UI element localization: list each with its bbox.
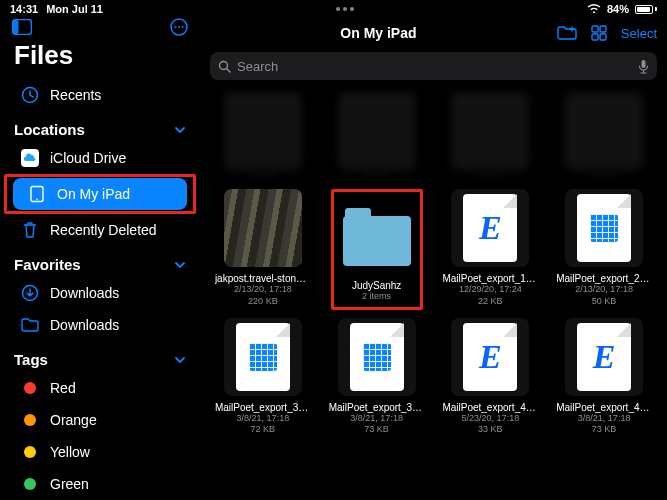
file-grid: ——— ——— ——— ——— jakpost.travel-stone-i…5… xyxy=(210,92,657,435)
sidebar-item-label: Green xyxy=(50,476,89,492)
file-name: MailPoet_export_2dd7…pw4g0 xyxy=(556,273,652,284)
sidebar-toggle-icon[interactable] xyxy=(12,19,32,35)
sidebar-section-locations[interactable]: Locations xyxy=(0,111,200,142)
svg-rect-11 xyxy=(592,26,598,32)
icloud-icon xyxy=(20,148,40,168)
sidebar-item-label: Red xyxy=(50,380,76,396)
file-name: MailPoet_export_4aynr…r0ckg xyxy=(442,402,538,413)
sidebar-section-favorites[interactable]: Favorites xyxy=(0,246,200,277)
document-thumbnail xyxy=(565,189,643,267)
sidebar-item-icloud-drive[interactable]: iCloud Drive xyxy=(6,142,194,174)
folder-icon xyxy=(338,196,416,274)
svg-rect-13 xyxy=(592,34,598,40)
sidebar-item-recents[interactable]: Recents xyxy=(6,79,194,111)
tag-dot-icon xyxy=(20,378,40,398)
svg-rect-14 xyxy=(600,34,606,40)
file-item-jakpost[interactable]: jakpost.travel-stone-i…53335 2/13/20, 17… xyxy=(210,189,316,309)
file-item[interactable]: ——— xyxy=(438,92,544,181)
highlight-folder: JudySanhz 2 items xyxy=(331,189,423,309)
svg-point-5 xyxy=(182,26,184,28)
sidebar: Files Recents Locations iCloud Drive xyxy=(0,18,200,500)
file-item[interactable]: E MailPoet_export_491ch…cpks4 3/8/21, 17… xyxy=(551,318,657,436)
svg-point-15 xyxy=(220,61,228,69)
file-name: MailPoet_export_491ch…cpks4 xyxy=(556,402,652,413)
ipad-icon xyxy=(27,184,47,204)
multitask-dots[interactable] xyxy=(103,7,587,11)
sidebar-tag-orange[interactable]: Orange xyxy=(6,404,194,436)
sidebar-item-label: Orange xyxy=(50,412,97,428)
sidebar-title: Files xyxy=(0,36,200,79)
image-thumbnail xyxy=(224,189,302,267)
sidebar-item-label: Recents xyxy=(50,87,101,103)
tag-dot-icon xyxy=(20,442,40,462)
sidebar-item-label: Downloads xyxy=(50,317,119,333)
search-bar[interactable] xyxy=(210,52,657,80)
more-options-icon[interactable] xyxy=(170,18,188,36)
main-content: On My iPad Select ——— xyxy=(200,18,667,500)
sidebar-item-recently-deleted[interactable]: Recently Deleted xyxy=(6,214,194,246)
select-button[interactable]: Select xyxy=(621,26,657,41)
sidebar-tag-red[interactable]: Red xyxy=(6,372,194,404)
clock-icon xyxy=(20,85,40,105)
wifi-icon xyxy=(587,4,601,14)
svg-rect-1 xyxy=(13,20,19,35)
file-name: jakpost.travel-stone-i…53335 xyxy=(215,273,311,284)
tag-dot-icon xyxy=(20,474,40,494)
file-item-judysanhz[interactable]: JudySanhz 2 items xyxy=(324,189,430,309)
file-item[interactable]: MailPoet_export_3ddli…80wU0 3/8/21, 17:1… xyxy=(210,318,316,436)
sidebar-tag-yellow[interactable]: Yellow xyxy=(6,436,194,468)
dictation-icon[interactable] xyxy=(638,59,649,74)
document-thumbnail xyxy=(224,318,302,396)
svg-rect-16 xyxy=(642,60,646,68)
svg-point-4 xyxy=(178,26,180,28)
status-bar: 14:31 Mon Jul 11 84% xyxy=(0,0,667,18)
download-icon xyxy=(20,283,40,303)
sidebar-item-label: Yellow xyxy=(50,444,90,460)
chevron-down-icon xyxy=(174,354,186,366)
sidebar-item-downloads[interactable]: Downloads xyxy=(6,277,194,309)
sidebar-item-label: Recently Deleted xyxy=(50,222,157,238)
file-item[interactable]: E MailPoet_export_4aynr…r0ckg 5/23/20, 1… xyxy=(438,318,544,436)
trash-icon xyxy=(20,220,40,240)
file-item[interactable]: ——— xyxy=(324,92,430,181)
sidebar-item-label: Downloads xyxy=(50,285,119,301)
document-thumbnail: E xyxy=(451,318,529,396)
battery-icon xyxy=(635,5,657,14)
document-thumbnail: E xyxy=(565,318,643,396)
file-name: MailPoet_export_3ddli…80wU0 xyxy=(215,402,311,413)
svg-rect-12 xyxy=(600,26,606,32)
battery-percent: 84% xyxy=(607,3,629,15)
file-name: MailPoet_export_3ymh…804w0 xyxy=(329,402,425,413)
file-item[interactable]: E MailPoet_export_1fqfiv…iv48KB 12/29/20… xyxy=(438,189,544,309)
file-item[interactable]: MailPoet_export_3ymh…804w0 3/8/21, 17:18… xyxy=(324,318,430,436)
sidebar-section-tags[interactable]: Tags xyxy=(0,341,200,372)
file-name: MailPoet_export_1fqfiv…iv48KB xyxy=(442,273,538,284)
svg-point-9 xyxy=(36,199,38,201)
search-input[interactable] xyxy=(237,59,632,74)
svg-point-3 xyxy=(175,26,177,28)
view-grid-icon[interactable] xyxy=(591,25,607,41)
document-thumbnail: E xyxy=(451,189,529,267)
sidebar-tag-green[interactable]: Green xyxy=(6,468,194,500)
sidebar-item-label: On My iPad xyxy=(57,186,130,202)
file-name: JudySanhz xyxy=(338,280,416,291)
status-date: Mon Jul 11 xyxy=(46,3,103,15)
new-folder-icon[interactable] xyxy=(557,25,577,41)
chevron-down-icon xyxy=(174,124,186,136)
status-time: 14:31 xyxy=(10,3,38,15)
page-title: On My iPad xyxy=(210,25,547,41)
sidebar-item-label: iCloud Drive xyxy=(50,150,126,166)
sidebar-item-downloads[interactable]: Downloads xyxy=(6,309,194,341)
tag-dot-icon xyxy=(20,410,40,430)
file-item[interactable]: ——— xyxy=(210,92,316,181)
sidebar-item-on-my-ipad[interactable]: On My iPad xyxy=(13,178,187,210)
file-item[interactable]: ——— xyxy=(551,92,657,181)
folder-icon xyxy=(20,315,40,335)
chevron-down-icon xyxy=(174,259,186,271)
file-item[interactable]: MailPoet_export_2dd7…pw4g0 2/13/20, 17:1… xyxy=(551,189,657,309)
highlight-on-my-ipad: On My iPad xyxy=(4,174,196,214)
search-icon xyxy=(218,60,231,73)
document-thumbnail xyxy=(338,318,416,396)
title-bar: On My iPad Select xyxy=(200,18,667,48)
